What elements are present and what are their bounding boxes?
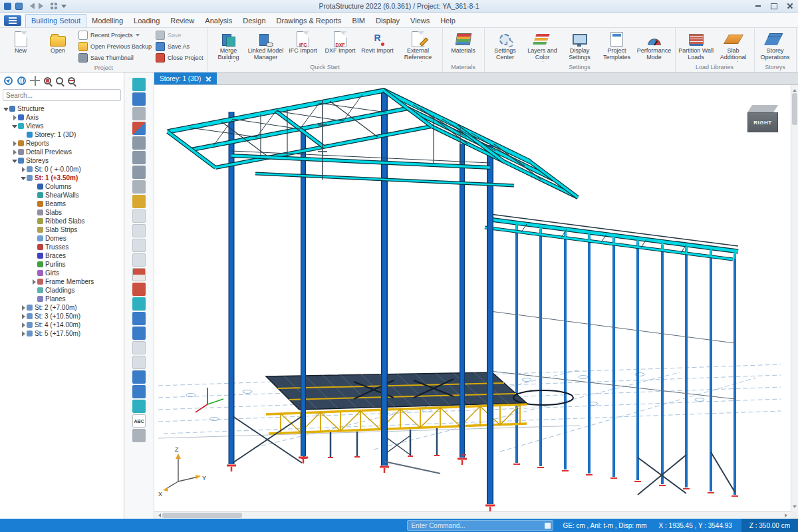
slab-additional-loads-button[interactable]: Slab Additional Loads [715,29,752,63]
tool-view-icon[interactable] [132,92,146,106]
tool-truss-icon[interactable] [132,312,146,325]
tool-frame-icon[interactable] [132,356,146,369]
tree-item-beams[interactable]: Beams [0,200,124,208]
expand-icon[interactable] [20,313,26,319]
open-button[interactable]: Open [39,29,76,63]
tree-item-detail-previews[interactable]: Detail Previews [0,148,124,156]
tool-brace-icon[interactable] [132,297,146,311]
tree-item-girts[interactable]: Girts [0,269,124,277]
merge-building-models-button[interactable]: Merge Building Models [210,29,247,63]
scroll-right-icon[interactable] [785,513,789,517]
expand-icon[interactable] [11,140,17,146]
tree-item-ribbed-slabs[interactable]: Ribbed Slabs [0,217,124,225]
tree-item-storey-1-3d-view[interactable]: Storey: 1 (3D) [0,130,124,139]
file-menu-button[interactable] [4,15,21,26]
tool-slab-drop-icon[interactable] [132,209,146,223]
save-as-button[interactable]: Save As [156,42,203,51]
zoom-window-icon[interactable] [56,77,63,84]
scroll-left-icon[interactable] [156,513,161,517]
tab-modelling[interactable]: Modelling [86,15,128,27]
tool-load-grid-icon[interactable] [132,268,146,281]
vertical-scrollbar[interactable] [791,85,798,512]
linked-model-manager-button[interactable]: Linked Model Manager [247,29,285,63]
expand-icon[interactable] [11,158,17,164]
tree-item-storey-2[interactable]: St: 2 (+7.00m) [0,303,124,312]
viewport-3d[interactable]: Z Y X RIGHT [154,85,798,519]
tree-item-structure[interactable]: Structure [0,104,124,113]
tab-help[interactable]: Help [435,15,461,27]
settings-center-button[interactable]: Settings Center [487,29,524,63]
tool-misc-icon[interactable] [132,429,146,442]
tree-item-planes[interactable]: Planes [0,295,124,303]
expand-icon[interactable] [20,175,26,181]
tree-item-views[interactable]: Views [0,122,124,130]
app-logo-icon[interactable] [4,3,11,10]
ifc-import-button[interactable]: IFC IFC Import [285,29,322,63]
tree-item-slab-strips[interactable]: Slab Strips [0,225,124,234]
display-settings-button[interactable]: Display Settings [561,29,598,63]
chevron-down-icon[interactable] [61,5,66,11]
tree-item-domes[interactable]: Domes [0,234,124,243]
viewport-3d-drawing[interactable]: Z Y X [154,85,785,515]
external-reference-drawing-button[interactable]: External Reference Drawing [396,29,440,63]
tree-item-storey-3[interactable]: St: 3 (+10.50m) [0,312,124,321]
save-icon[interactable] [15,3,23,10]
command-box[interactable] [407,520,553,531]
expand-icon[interactable] [3,106,9,112]
tool-arrows-icon[interactable] [132,385,146,398]
minimize-button[interactable] [750,0,766,12]
tool-shell-icon[interactable] [132,253,146,267]
tool-beam-icon[interactable] [132,136,146,150]
tab-review[interactable]: Review [165,15,200,27]
expand-icon[interactable] [11,114,17,120]
tree-item-reports[interactable]: Reports [0,139,124,148]
tree-item-columns[interactable]: Columns [0,182,124,191]
materials-button[interactable]: Materials [445,29,482,63]
search-input[interactable] [3,89,121,101]
recent-projects-button[interactable]: Recent Projects [78,31,152,40]
undo-icon[interactable] [27,3,35,9]
tree-item-frame-members[interactable]: Frame Members [0,277,124,286]
project-templates-button[interactable]: Project Templates [598,29,636,63]
tab-views[interactable]: Views [405,15,435,27]
tool-axes-icon[interactable] [132,78,146,91]
tree-item-claddings[interactable]: Claddings [0,286,124,295]
tree-item-storeys[interactable]: Storeys [0,156,124,165]
tree-item-shearwalls[interactable]: ShearWalls [0,191,124,200]
close-tab-icon[interactable] [205,76,211,82]
crosshair-icon[interactable] [30,76,40,86]
horizontal-scrollbar[interactable] [154,511,791,519]
layout-grid-icon[interactable] [51,3,57,9]
close-button[interactable] [782,0,798,12]
tree-item-storey-0[interactable]: St: 0 ( +-0.00m) [0,165,124,174]
command-input[interactable] [410,521,545,530]
view-cube-front-face[interactable]: RIGHT [747,112,778,132]
horizontal-scroll-thumb[interactable] [162,513,242,518]
expand-icon[interactable] [20,331,26,336]
expand-icon[interactable] [11,149,17,155]
view-cube[interactable]: RIGHT [747,105,778,132]
new-button[interactable]: New [2,29,39,63]
expand-icon[interactable] [20,305,26,311]
expand-icon[interactable] [31,279,37,285]
expand-icon[interactable] [20,322,26,328]
expand-icon[interactable] [11,123,17,129]
tool-plane-icon[interactable] [132,400,146,413]
zoom-select-icon[interactable] [44,77,51,84]
tool-purlin-icon[interactable] [132,327,146,340]
layers-color-settings-button[interactable]: Layers and Color Settings [524,29,561,63]
tool-girt-icon[interactable] [132,341,146,354]
save-button[interactable]: Save [156,31,203,40]
tree-item-storey-4[interactable]: St: 4 (+14.00m) [0,321,124,329]
view-cube-top-face[interactable] [747,105,778,112]
tree-item-trusses[interactable]: Trusses [0,243,124,251]
refresh-icon[interactable] [4,76,13,85]
close-project-button[interactable]: Close Project [156,53,203,63]
revit-import-button[interactable]: R Revit Import [359,29,396,63]
tool-cladding-icon[interactable] [132,370,146,384]
tab-analysis[interactable]: Analysis [200,15,237,27]
tool-stairs-icon[interactable] [132,224,146,237]
tree-item-storey-1[interactable]: St: 1 (+3.50m) [0,174,124,182]
tool-dome-icon[interactable] [132,239,146,252]
performance-mode-button[interactable]: Performance Mode [636,29,673,63]
